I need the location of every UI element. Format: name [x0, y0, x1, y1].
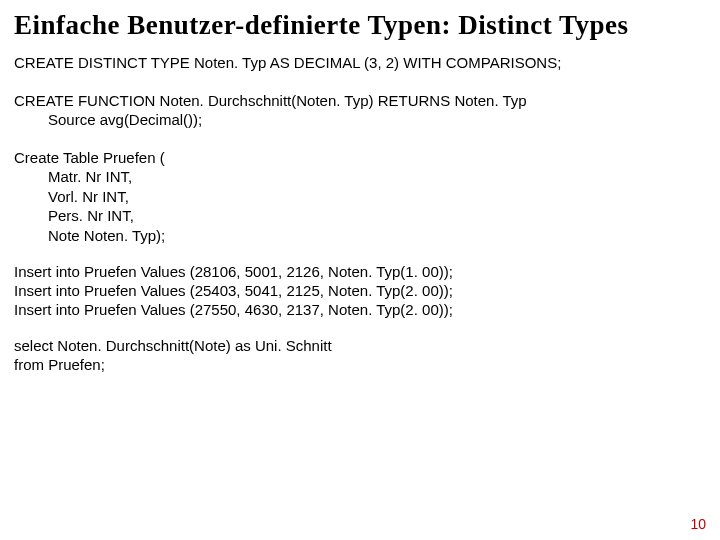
sql-line: Pers. Nr INT,: [14, 206, 706, 226]
sql-create-function: CREATE FUNCTION Noten. Durchschnitt(Note…: [14, 91, 706, 130]
sql-line: Create Table Pruefen (: [14, 149, 165, 166]
sql-line: from Pruefen;: [14, 356, 706, 375]
sql-line: Insert into Pruefen Values (27550, 4630,…: [14, 301, 706, 320]
sql-line: Vorl. Nr INT,: [14, 187, 706, 207]
sql-line: Insert into Pruefen Values (25403, 5041,…: [14, 282, 706, 301]
sql-select: select Noten. Durchschnitt(Note) as Uni.…: [14, 337, 706, 375]
slide-title: Einfache Benutzer-definierte Typen: Dist…: [14, 10, 706, 41]
sql-create-table: Create Table Pruefen ( Matr. Nr INT, Vor…: [14, 148, 706, 246]
page-number: 10: [690, 516, 706, 532]
sql-inserts: Insert into Pruefen Values (28106, 5001,…: [14, 263, 706, 319]
sql-line: Insert into Pruefen Values (28106, 5001,…: [14, 263, 706, 282]
sql-line: Source avg(Decimal());: [14, 110, 706, 130]
sql-create-type: CREATE DISTINCT TYPE Noten. Typ AS DECIM…: [14, 53, 706, 73]
sql-line: Matr. Nr INT,: [14, 167, 706, 187]
sql-line: Note Noten. Typ);: [14, 226, 706, 246]
sql-line: select Noten. Durchschnitt(Note) as Uni.…: [14, 337, 706, 356]
sql-line: CREATE FUNCTION Noten. Durchschnitt(Note…: [14, 92, 527, 109]
